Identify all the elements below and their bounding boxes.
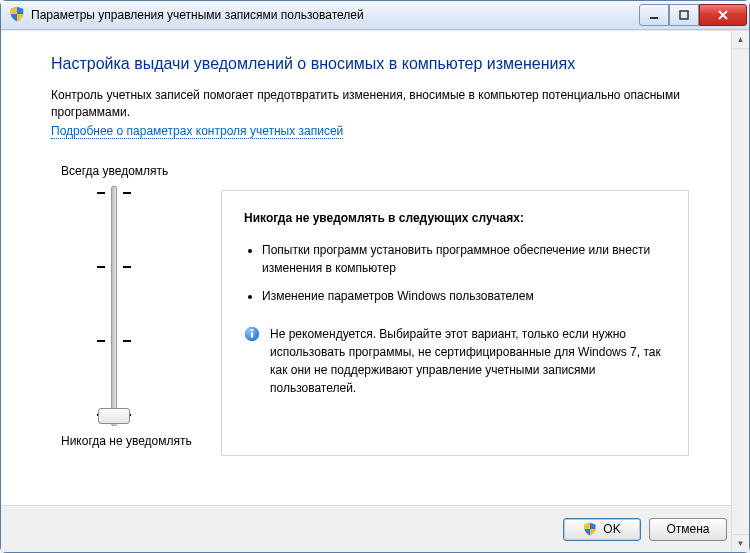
close-button[interactable] [699, 4, 747, 26]
titlebar[interactable]: Параметры управления учетными записями п… [1, 1, 749, 30]
uac-settings-window: Параметры управления учетными записями п… [0, 0, 750, 553]
level-description-box: Никогда не уведомлять в следующих случая… [221, 190, 689, 456]
slider-tick [97, 266, 131, 268]
slider-thumb[interactable] [98, 408, 130, 424]
svg-rect-1 [680, 11, 688, 19]
svg-rect-5 [251, 332, 253, 337]
page-heading: Настройка выдачи уведомлений о вносимых … [51, 55, 689, 73]
window-title: Параметры управления учетными записями п… [31, 8, 639, 22]
vertical-scrollbar[interactable]: ▲ ▼ [731, 31, 749, 552]
slider-label-never: Никогда не уведомлять [61, 434, 221, 448]
slider-track [111, 186, 117, 426]
button-bar: OK Отмена [1, 505, 749, 552]
notification-level-slider[interactable] [101, 186, 221, 426]
slider-column: Всегда уведомлять Никогда не уведомлять [51, 164, 221, 456]
content-panel: Настройка выдачи уведомлений о вносимых … [1, 31, 749, 505]
minimize-button[interactable] [639, 4, 669, 26]
maximize-button[interactable] [669, 4, 699, 26]
help-link[interactable]: Подробнее о параметрах контроля учетных … [51, 124, 343, 139]
uac-shield-icon [9, 6, 25, 25]
scroll-down-arrow-icon[interactable]: ▼ [732, 534, 749, 552]
cancel-button-label: Отмена [666, 522, 709, 536]
svg-point-4 [251, 329, 254, 332]
uac-shield-icon [583, 522, 597, 536]
slider-label-always: Всегда уведомлять [61, 164, 221, 178]
ok-button[interactable]: OK [563, 518, 641, 541]
slider-tick [97, 192, 131, 194]
description-list: Попытки программ установить программное … [244, 241, 668, 305]
window-controls [639, 4, 747, 26]
intro-text: Контроль учетных записей помогает предот… [51, 87, 689, 122]
description-bullet: Попытки программ установить программное … [262, 241, 668, 277]
client-area: ▲ ▼ Настройка выдачи уведомлений о вноси… [1, 30, 749, 552]
scroll-up-arrow-icon[interactable]: ▲ [732, 31, 749, 49]
info-icon [244, 326, 260, 342]
description-heading: Никогда не уведомлять в следующих случая… [244, 209, 668, 227]
svg-rect-0 [650, 17, 658, 19]
ok-button-label: OK [603, 522, 620, 536]
recommendation-row: Не рекомендуется. Выбирайте этот вариант… [244, 325, 668, 397]
recommendation-text: Не рекомендуется. Выбирайте этот вариант… [270, 325, 668, 397]
slider-section: Всегда уведомлять Никогда не уведомлять … [51, 164, 689, 456]
description-bullet: Изменение параметров Windows пользовател… [262, 287, 668, 305]
cancel-button[interactable]: Отмена [649, 518, 727, 541]
slider-tick [97, 340, 131, 342]
